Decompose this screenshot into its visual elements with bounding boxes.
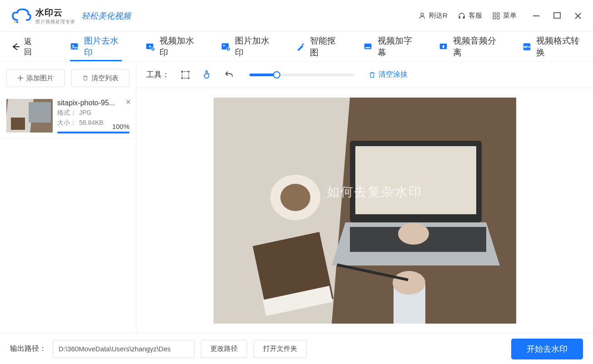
- file-item[interactable]: sitapix-photo-95... 格式： JPG 大小： 58.84KB …: [0, 94, 136, 138]
- tab-label: 视频加水印: [159, 35, 197, 59]
- output-path-field[interactable]: D:\360MoveData\Users\zhangyz\Des: [53, 340, 194, 358]
- start-remove-watermark-button[interactable]: 开始去水印: [511, 339, 583, 359]
- file-size-value: 58.84KB: [79, 119, 104, 127]
- maximize-button[interactable]: [553, 12, 561, 20]
- slider-thumb-icon: [273, 71, 280, 79]
- support-label: 客服: [468, 11, 482, 20]
- close-button[interactable]: [574, 12, 582, 20]
- cloud-logo-icon: [11, 8, 32, 24]
- user-icon: [418, 12, 426, 20]
- svg-point-25: [181, 70, 183, 72]
- plus-icon: [17, 75, 24, 81]
- open-folder-button[interactable]: 打开文件夹: [254, 340, 307, 358]
- open-folder-label: 打开文件夹: [263, 344, 297, 353]
- close-icon: [574, 12, 582, 20]
- video-subtitle-icon: [364, 42, 373, 52]
- file-format-label: 格式：: [57, 109, 76, 117]
- tool-label: 工具：: [146, 69, 169, 80]
- svg-rect-36: [355, 146, 476, 214]
- canvas-area[interactable]: 如何去复杂水印: [136, 88, 593, 333]
- headset-icon: [458, 12, 466, 20]
- svg-rect-8: [554, 13, 560, 18]
- magic-wand-icon: [296, 42, 305, 52]
- maximize-icon: [553, 12, 561, 20]
- svg-point-2: [421, 13, 424, 16]
- tab-smart-cutout[interactable]: 智能抠图: [296, 32, 340, 61]
- start-button-label: 开始去水印: [527, 344, 568, 354]
- svg-rect-24: [182, 71, 189, 78]
- output-path-value: D:\360MoveData\Users\zhangyz\Des: [59, 345, 171, 353]
- svg-point-39: [398, 223, 429, 245]
- minimize-button[interactable]: [532, 12, 540, 20]
- mp4-icon: MP4: [522, 42, 532, 52]
- svg-text:MP4: MP4: [523, 45, 530, 49]
- select-tool-button[interactable]: [179, 69, 191, 81]
- logo: 水印云 图片视频处理专家: [11, 7, 75, 25]
- tab-bar: 返回 图片去水印 视频加水印 图片加水印 智能抠图 视频加字幕 视频音频分离 M…: [0, 32, 593, 62]
- back-button[interactable]: 返回: [12, 36, 37, 57]
- app-name: 水印云: [35, 7, 75, 19]
- svg-point-12: [73, 44, 74, 46]
- user-menu[interactable]: 刚达R: [418, 11, 448, 20]
- tab-video-add-watermark[interactable]: 视频加水印: [145, 32, 197, 61]
- svg-point-28: [188, 77, 190, 79]
- change-path-button[interactable]: 更改路径: [201, 340, 247, 358]
- grid-icon: [492, 12, 500, 20]
- app-subtitle: 图片视频处理专家: [35, 19, 75, 25]
- file-thumbnail: [6, 99, 53, 133]
- svg-point-27: [181, 77, 183, 79]
- menu-button[interactable]: 菜单: [492, 11, 517, 20]
- brush-size-slider[interactable]: [249, 74, 354, 76]
- tab-image-remove-watermark[interactable]: 图片去水印: [70, 32, 122, 61]
- smear-tool-button[interactable]: [201, 69, 213, 81]
- file-progress: 100%: [57, 132, 130, 133]
- svg-rect-6: [497, 16, 499, 19]
- image-preview: 如何去复杂水印: [214, 98, 516, 324]
- tab-label: 视频音频分离: [453, 35, 498, 59]
- selection-icon: [180, 70, 190, 80]
- trash-icon: [82, 75, 89, 81]
- preview-graphic: [214, 98, 516, 324]
- svg-point-0: [16, 21, 19, 23]
- file-size-label: 大小：: [57, 119, 76, 127]
- tagline: 轻松美化视频: [82, 10, 131, 21]
- add-image-label: 添加图片: [26, 74, 54, 83]
- svg-point-26: [188, 70, 190, 72]
- clear-list-label: 清空列表: [91, 74, 119, 83]
- file-name: sitapix-photo-95...: [57, 99, 125, 107]
- toolbar: 工具： 清空涂抹: [136, 62, 593, 88]
- watermark-overlay-text: 如何去复杂水印: [327, 183, 422, 201]
- svg-point-1: [14, 21, 15, 22]
- change-path-label: 更改路径: [210, 344, 238, 353]
- svg-rect-5: [493, 16, 495, 19]
- back-label: 返回: [24, 36, 37, 57]
- tab-label: 智能抠图: [310, 35, 340, 59]
- hand-pointer-icon: [202, 69, 213, 80]
- support-button[interactable]: 客服: [458, 11, 482, 20]
- svg-rect-20: [366, 47, 370, 48]
- tab-video-convert[interactable]: MP4 视频格式转换: [522, 32, 581, 61]
- sidebar: 添加图片 清空列表 sitapix-photo-95... 格式： JPG: [0, 62, 136, 333]
- clear-smear-button[interactable]: 清空涂抹: [369, 70, 408, 79]
- tab-label: 图片加水印: [235, 35, 273, 59]
- footer: 输出路径： D:\360MoveData\Users\zhangyz\Des 更…: [0, 333, 593, 364]
- image-add-icon: [221, 42, 230, 52]
- tab-video-subtitle[interactable]: 视频加字幕: [364, 32, 415, 61]
- tab-image-add-watermark[interactable]: 图片加水印: [221, 32, 273, 61]
- file-progress-percent: 100%: [112, 123, 130, 130]
- svg-point-41: [393, 271, 425, 295]
- image-remove-icon: [70, 42, 80, 52]
- svg-rect-4: [497, 13, 499, 15]
- svg-point-17: [223, 44, 224, 46]
- add-image-button[interactable]: 添加图片: [6, 69, 65, 87]
- output-path-label: 输出路径：: [10, 344, 46, 354]
- undo-button[interactable]: [223, 69, 235, 81]
- file-remove-button[interactable]: ✕: [125, 98, 131, 106]
- menu-label: 菜单: [503, 11, 517, 20]
- arrow-left-icon: [12, 43, 20, 51]
- clear-list-button[interactable]: 清空列表: [71, 69, 130, 87]
- titlebar: 水印云 图片视频处理专家 轻松美化视频 刚达R 客服 菜单: [0, 0, 593, 32]
- tab-video-audio-split[interactable]: 视频音频分离: [439, 32, 498, 61]
- svg-rect-19: [364, 44, 372, 49]
- clear-smear-label: 清空涂抹: [379, 70, 408, 79]
